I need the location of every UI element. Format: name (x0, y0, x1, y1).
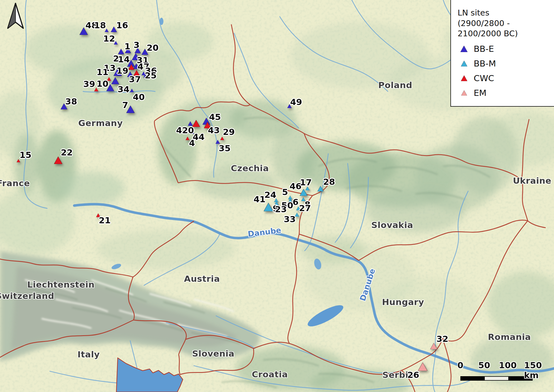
scale-label-100: 100 (499, 360, 517, 370)
north-arrow-icon (5, 2, 26, 30)
site-label-16: 16 (116, 20, 128, 30)
site-label-17: 17 (300, 177, 312, 187)
site-label-1: 1 (124, 41, 130, 51)
site-label-3: 3 (134, 40, 140, 50)
site-label-20: 20 (147, 43, 158, 53)
legend-bbe-label: BB-E (474, 44, 494, 54)
legend-items: BB-EBB-MCWCEM (458, 44, 549, 98)
site-label-21: 21 (99, 215, 111, 225)
site-label-45: 45 (209, 112, 221, 122)
legend-item-em: EM (458, 88, 549, 98)
site-label-38: 38 (65, 96, 77, 106)
site-label-7: 7 (122, 100, 128, 110)
site-label-18: 18 (94, 20, 106, 30)
site-label-27: 27 (299, 203, 311, 213)
legend-bbm-label: BB-M (474, 58, 496, 68)
legend-cwc-triangle-icon (458, 75, 470, 81)
legend-bbm-triangle-icon (458, 61, 470, 66)
legend-cwc-label: CWC (474, 73, 494, 83)
site-label-420: 420 (176, 125, 194, 135)
site-label-43: 43 (208, 125, 220, 135)
site-label-41: 41 (253, 194, 265, 204)
site-label-33: 33 (284, 214, 296, 224)
site-label-25: 25 (145, 70, 157, 80)
scale-bar-graphic (460, 376, 533, 381)
site-label-6: 6 (293, 197, 299, 207)
site-label-26: 26 (407, 370, 419, 380)
site-label-22: 22 (61, 147, 73, 157)
site-label-15: 15 (19, 150, 31, 160)
scale-label-150km: 150 km (524, 360, 542, 380)
site-label-10: 10 (96, 79, 108, 89)
legend-title: LN sites (2900/2800 - 2100/2000 BC) (458, 8, 549, 39)
map-canvas: GermanyFrancePolandCzechiaSlovakiaUkrain… (0, 0, 554, 392)
legend-item-bbm: BB-M (458, 58, 549, 68)
site-label-12: 12 (103, 34, 115, 43)
scale-bar: 050100150 km (460, 360, 541, 381)
site-label-28: 28 (323, 177, 335, 187)
site-label-11: 11 (96, 67, 108, 77)
site-label-32: 32 (436, 334, 448, 344)
site-label-29: 29 (223, 127, 235, 137)
site-label-49: 49 (290, 97, 302, 107)
legend-em-label: EM (474, 88, 486, 98)
scale-label-50: 50 (478, 360, 490, 370)
site-label-14: 14 (118, 54, 130, 64)
legend-item-cwc: CWC (458, 73, 549, 83)
legend-item-bbe: BB-E (458, 44, 549, 54)
site-label-24: 24 (264, 190, 276, 200)
site-label-4: 4 (189, 138, 195, 148)
scale-label-0: 0 (457, 360, 463, 370)
legend-panel: LN sites (2900/2800 - 2100/2000 BC) BB-E… (450, 0, 554, 107)
site-label-39: 39 (83, 79, 95, 89)
scale-bar-labels: 050100150 km (460, 360, 541, 372)
site-label-37: 37 (129, 74, 141, 84)
site-label-34: 34 (117, 84, 129, 94)
site-label-23: 23 (275, 204, 287, 214)
site-label-40: 40 (133, 92, 145, 102)
site-label-35: 35 (219, 143, 230, 153)
legend-em-triangle-icon (458, 90, 470, 96)
site-label-19: 19 (116, 66, 128, 76)
site-label-5: 5 (282, 187, 288, 197)
legend-bbe-triangle-icon (458, 46, 470, 52)
